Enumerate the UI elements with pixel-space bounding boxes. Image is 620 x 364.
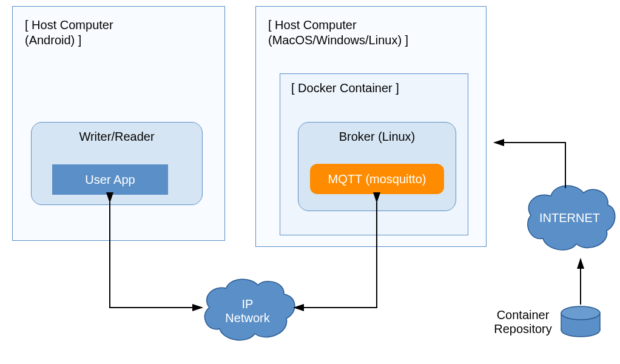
repo-cylinder [561, 306, 600, 337]
user-app-box: User App [52, 164, 168, 195]
host-android-line1: [ Host Computer [25, 18, 113, 32]
svg-point-0 [561, 323, 600, 337]
svg-rect-1 [561, 313, 600, 330]
host-desktop-label: [ Host Computer (MacOS/Windows/Linux) ] [268, 18, 408, 48]
repo-label: Container Repository [487, 308, 559, 336]
host-android-label: [ Host Computer (Android) ] [25, 18, 113, 48]
docker-container-label: [ Docker Container ] [291, 81, 399, 95]
ip-network-cloud [204, 279, 294, 340]
internet-cloud [528, 186, 615, 250]
mqtt-box: MQTT (mosquitto) [310, 164, 444, 194]
broker-title: Broker (Linux) [298, 130, 456, 144]
ip-network-label: IP Network [220, 297, 275, 325]
host-desktop-line2: (MacOS/Windows/Linux) ] [268, 33, 408, 47]
writer-reader-title: Writer/Reader [32, 130, 202, 144]
internet-label: INTERNET [533, 211, 606, 225]
host-desktop-line1: [ Host Computer [268, 18, 357, 32]
conn-internet-host [494, 143, 565, 188]
host-android-line2: (Android) ] [25, 33, 81, 47]
svg-point-4 [561, 306, 600, 320]
